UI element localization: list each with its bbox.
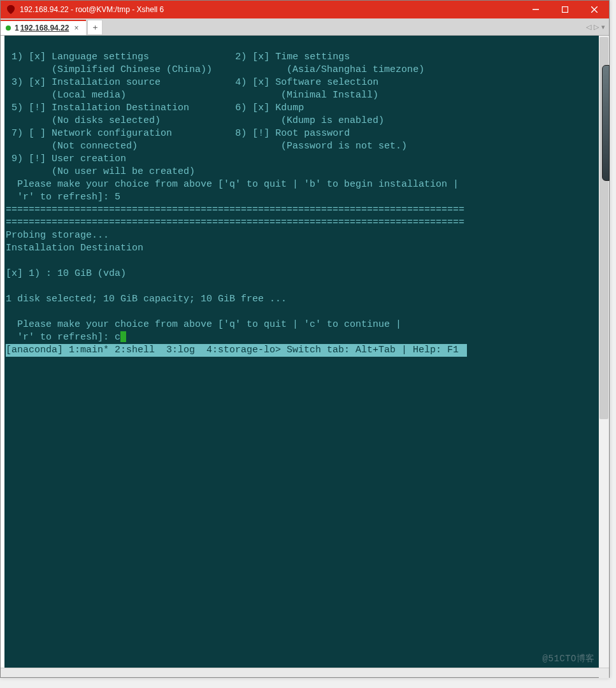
connection-status-icon xyxy=(6,25,11,31)
window-controls xyxy=(521,1,609,18)
terminal-cursor xyxy=(120,331,126,342)
app-icon xyxy=(6,4,16,15)
maximize-button[interactable] xyxy=(550,1,580,18)
horizontal-scrollbar[interactable] xyxy=(1,668,609,677)
anaconda-status-bar: [anaconda] 1:main* 2:shell 3:log 4:stora… xyxy=(6,344,467,357)
side-indicator-icon xyxy=(602,65,610,181)
new-tab-button[interactable]: ＋ xyxy=(87,20,103,35)
tab-prev-icon[interactable]: ◁ xyxy=(586,23,591,31)
tab-next-icon[interactable]: ▷ xyxy=(594,23,599,31)
tab-bar: 1 192.168.94.22 × ＋ ◁ ▷ ▾ xyxy=(1,18,609,36)
tab-label: 192.168.94.22 xyxy=(20,24,69,32)
terminal-area: 1) [x] Language settings 2) [x] Time set… xyxy=(1,36,609,668)
session-tab[interactable]: 1 192.168.94.22 × xyxy=(1,20,86,35)
watermark: @51CTO博客 xyxy=(543,652,595,665)
tab-close-icon[interactable]: × xyxy=(74,24,78,32)
close-button[interactable] xyxy=(580,1,609,18)
minimize-button[interactable] xyxy=(521,1,550,18)
vertical-scrollbar[interactable] xyxy=(599,36,609,668)
window-titlebar: 192.168.94.22 - root@KVM:/tmp - Xshell 6 xyxy=(1,1,609,18)
tab-menu-icon[interactable]: ▾ xyxy=(601,23,605,31)
svg-rect-1 xyxy=(562,7,568,13)
tab-num: 1 xyxy=(15,24,19,32)
svg-rect-0 xyxy=(533,9,539,10)
window: 192.168.94.22 - root@KVM:/tmp - Xshell 6… xyxy=(0,0,610,678)
tab-nav: ◁ ▷ ▾ xyxy=(586,18,605,35)
window-title: 192.168.94.22 - root@KVM:/tmp - Xshell 6 xyxy=(20,5,521,14)
terminal[interactable]: 1) [x] Language settings 2) [x] Time set… xyxy=(4,36,599,668)
